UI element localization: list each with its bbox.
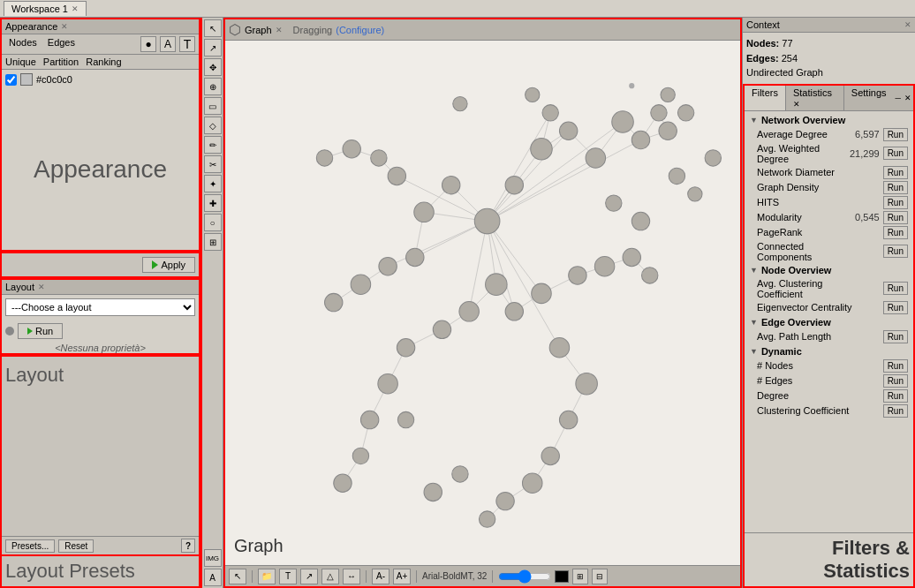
appearance-panel-close[interactable]: ✕: [61, 22, 68, 31]
apply-button[interactable]: Apply: [142, 257, 195, 273]
run-clustering-coeff[interactable]: Run: [883, 404, 908, 418]
run-pagerank[interactable]: Run: [883, 226, 908, 239]
svg-point-79: [532, 283, 552, 304]
svg-point-72: [397, 339, 414, 357]
run-avg-weighted-degree[interactable]: Run: [883, 147, 908, 160]
network-collapse-icon[interactable]: ▼: [750, 116, 758, 124]
tool-select[interactable]: ↖: [204, 19, 222, 37]
svg-point-99: [453, 96, 467, 110]
layout-panel-title: Layout: [5, 282, 34, 292]
dynamic-collapse-icon[interactable]: ▼: [750, 347, 758, 356]
edge-overview-title: Edge Overview: [761, 317, 831, 328]
gbt-tool1[interactable]: ↖: [229, 569, 246, 584]
run-eigenvector[interactable]: Run: [883, 301, 908, 314]
gbt-folder[interactable]: 📁: [258, 569, 276, 584]
stat-network-diameter: Network Diameter Run: [746, 165, 911, 180]
graph-nodes: [316, 87, 721, 527]
tool-cross[interactable]: ✚: [204, 194, 222, 212]
tab-nodes[interactable]: Nodes: [5, 36, 41, 52]
tool-zoom[interactable]: ⊕: [204, 78, 222, 95]
layout-presets-section: Layout Presets... Reset ? Layout Presets: [0, 355, 200, 589]
run-avg-path-length[interactable]: Run: [883, 330, 908, 343]
gbt-arrow[interactable]: ↗: [300, 569, 318, 584]
node-collapse-icon[interactable]: ▼: [750, 266, 758, 275]
presets-button[interactable]: Presets...: [5, 539, 55, 553]
graph-content[interactable]: Graph: [225, 41, 740, 565]
tool-circle[interactable]: ○: [204, 214, 222, 231]
stats-panel-minimize[interactable]: ─: [894, 94, 903, 102]
filters-tab[interactable]: Filters: [745, 86, 786, 110]
subtab-ranking[interactable]: Ranking: [86, 57, 121, 67]
color-checkbox[interactable]: [5, 74, 17, 86]
tool-rectangle[interactable]: ▭: [204, 97, 222, 115]
workspace-tab[interactable]: Workspace 1 ✕: [4, 1, 87, 16]
node-overview-title: Node Overview: [761, 265, 831, 275]
tool-move[interactable]: ✥: [204, 58, 222, 76]
svg-point-69: [316, 150, 332, 166]
run-network-diameter[interactable]: Run: [883, 166, 908, 179]
left-toolbar: ↖ ↗ ✥ ⊕ ▭ ◇ ✏ ✂ ✦ ✚ ○ ⊞ IMG A: [202, 18, 223, 588]
tool-star[interactable]: ✦: [204, 175, 222, 192]
run-button[interactable]: Run: [18, 323, 63, 339]
run-connected-components[interactable]: Run: [883, 245, 908, 258]
tool-pencil[interactable]: ✏: [204, 136, 222, 154]
run-hits[interactable]: Run: [883, 196, 908, 209]
gbt-color-swatch[interactable]: [555, 570, 569, 583]
tool-direct-select[interactable]: ↗: [204, 39, 222, 57]
run-degree-dynamic[interactable]: Run: [883, 389, 908, 403]
svg-point-52: [505, 176, 523, 193]
reset-button[interactable]: Reset: [58, 539, 94, 553]
svg-point-57: [612, 111, 634, 133]
svg-point-62: [677, 105, 693, 121]
appearance-panel-title: Appearance: [5, 21, 57, 32]
run-nodes-dynamic[interactable]: Run: [883, 359, 908, 373]
gbt-extra2[interactable]: ⊟: [592, 569, 608, 584]
layout-panel-close[interactable]: ✕: [38, 283, 45, 291]
tool-layout[interactable]: ⊞: [204, 233, 222, 251]
stats-panel-close[interactable]: ✕: [903, 94, 913, 102]
gbt-shape[interactable]: △: [321, 569, 339, 584]
gbt-size-slider[interactable]: [498, 569, 551, 584]
run-graph-density[interactable]: Run: [883, 181, 908, 194]
gbt-font-text: Arial-BoldMT, 32: [422, 571, 487, 581]
tool-knife[interactable]: ✂: [204, 155, 222, 173]
tool-img[interactable]: IMG: [204, 549, 222, 567]
run-avg-degree[interactable]: Run: [883, 128, 908, 141]
configure-link[interactable]: (Configure): [336, 25, 384, 35]
label-icon[interactable]: A: [160, 36, 176, 52]
svg-point-75: [352, 448, 368, 464]
size-icon[interactable]: T: [179, 36, 195, 52]
svg-point-67: [371, 150, 387, 166]
help-button[interactable]: ?: [181, 539, 195, 553]
gbt-zoom-in[interactable]: A-: [372, 569, 389, 584]
gbt-zoom-out[interactable]: A+: [393, 569, 411, 584]
workspace-tab-close[interactable]: ✕: [72, 4, 79, 13]
stat-avg-path-length: Avg. Path Length Run: [746, 329, 911, 344]
graph-panel-close[interactable]: ✕: [276, 26, 283, 34]
settings-tab[interactable]: Settings: [844, 86, 894, 110]
context-close[interactable]: ✕: [904, 20, 911, 29]
statistics-tab[interactable]: Statistics ✕: [786, 86, 844, 110]
apply-label: Apply: [161, 260, 185, 270]
color-swatch[interactable]: [20, 73, 33, 86]
svg-line-23: [469, 222, 487, 312]
run-edges-dynamic[interactable]: Run: [883, 374, 908, 388]
gbt-text-tool[interactable]: T: [279, 569, 297, 584]
run-modularity[interactable]: Run: [883, 211, 908, 224]
stat-clustering-coeff: Clustering Coefficient Run: [746, 403, 911, 418]
subtab-partition[interactable]: Partition: [43, 57, 79, 67]
run-avg-clustering[interactable]: Run: [883, 282, 908, 295]
gbt-extra1[interactable]: ⊞: [572, 569, 588, 584]
layout-select-row: ---Choose a layout: [2, 295, 199, 320]
tool-diamond[interactable]: ◇: [204, 117, 222, 134]
svg-point-85: [496, 492, 514, 509]
node-overview-header: ▼ Node Overview: [746, 263, 911, 277]
stats-tab-close[interactable]: ✕: [793, 100, 800, 109]
color-icon[interactable]: ●: [140, 36, 156, 52]
layout-select[interactable]: ---Choose a layout: [5, 298, 195, 316]
gbt-move[interactable]: ↔: [343, 569, 360, 584]
edge-collapse-icon[interactable]: ▼: [750, 318, 758, 327]
subtab-unique[interactable]: Unique: [5, 57, 36, 67]
tool-text[interactable]: A: [204, 569, 222, 586]
tab-edges[interactable]: Edges: [44, 36, 79, 52]
